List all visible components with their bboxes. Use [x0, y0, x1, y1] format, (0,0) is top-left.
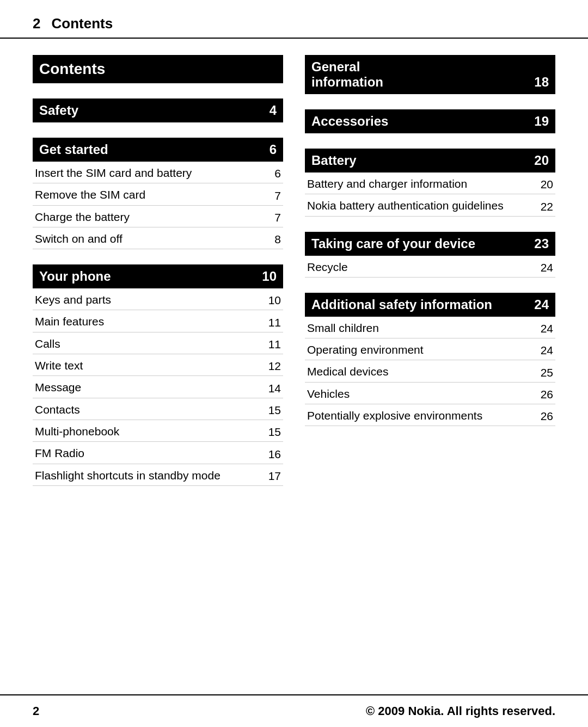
toc-entry[interactable]: Multi-phonebook 15	[33, 420, 283, 442]
section-header-additional-safety: Additional safety information 24	[305, 293, 555, 317]
header-number: 2	[33, 15, 40, 32]
main-content: Contents Safety 4 Get started 6 Insert t…	[0, 39, 588, 497]
battery-page: 20	[534, 153, 549, 168]
toc-entry[interactable]: Main features 11	[33, 310, 283, 332]
entry-page: 7	[266, 189, 281, 202]
toc-entry[interactable]: Keys and parts 10	[33, 288, 283, 310]
section-header-taking-care: Taking care of your device 23	[305, 232, 555, 256]
entry-label: FM Radio	[35, 446, 266, 460]
left-column: Contents Safety 4 Get started 6 Insert t…	[33, 55, 283, 486]
entry-page: 22	[538, 200, 553, 213]
entry-label: Switch on and off	[35, 231, 266, 246]
section-header-battery: Battery 20	[305, 149, 555, 172]
entry-label: Write text	[35, 358, 266, 373]
taking-care-label: Taking care of your device	[311, 236, 475, 251]
toc-entry[interactable]: Potentially explosive environments 26	[305, 404, 555, 426]
safety-label: Safety	[39, 103, 78, 118]
entry-page: 6	[266, 167, 281, 180]
toc-entry[interactable]: Contacts 15	[33, 398, 283, 420]
toc-entry[interactable]: Calls 11	[33, 332, 283, 354]
contents-label: Contents	[39, 60, 105, 77]
toc-entry[interactable]: Remove the SIM card 7	[33, 183, 283, 205]
entry-label: Small children	[307, 321, 538, 335]
entry-label: Potentially explosive environments	[307, 408, 538, 423]
entry-label: Multi-phonebook	[35, 424, 266, 439]
general-info-label: Generalinformation	[311, 59, 383, 90]
footer-number: 2	[33, 704, 39, 718]
toc-entry[interactable]: Operating environment 24	[305, 338, 555, 360]
additional-safety-label: Additional safety information	[311, 297, 492, 312]
get-started-page: 6	[270, 142, 277, 157]
entry-page: 7	[266, 211, 281, 224]
entry-label: Insert the SIM card and battery	[35, 165, 266, 180]
toc-entry[interactable]: Battery and charger information 20	[305, 172, 555, 194]
get-started-label: Get started	[39, 142, 108, 157]
entry-label: Keys and parts	[35, 292, 266, 307]
entry-label: Nokia battery authentication guidelines	[307, 198, 538, 213]
entry-label: Message	[35, 380, 266, 395]
toc-entry[interactable]: Recycle 24	[305, 256, 555, 278]
entry-page: 11	[266, 316, 281, 329]
entry-page: 12	[266, 360, 281, 373]
toc-entry[interactable]: Charge the battery 7	[33, 206, 283, 227]
section-header-accessories: Accessories 19	[305, 109, 555, 133]
entry-label: Charge the battery	[35, 210, 266, 224]
accessories-page: 19	[534, 114, 549, 129]
section-header-get-started: Get started 6	[33, 138, 283, 162]
entry-page: 14	[266, 382, 281, 395]
additional-safety-page: 24	[534, 297, 549, 312]
toc-entry[interactable]: Medical devices 25	[305, 360, 555, 382]
entry-label: Contacts	[35, 402, 266, 417]
general-info-page: 18	[534, 75, 549, 90]
toc-entry[interactable]: Nokia battery authentication guidelines …	[305, 194, 555, 216]
entry-label: Medical devices	[307, 364, 538, 379]
toc-entry[interactable]: Vehicles 26	[305, 383, 555, 404]
entry-label: Calls	[35, 336, 266, 351]
entry-page: 24	[538, 261, 553, 274]
page: 2 Contents Contents Safety 4 Get started…	[0, 0, 588, 727]
entry-label: Flashlight shortcuts in standby mode	[35, 468, 266, 483]
entry-page: 8	[266, 233, 281, 246]
safety-page: 4	[270, 103, 277, 118]
entry-page: 11	[266, 338, 281, 351]
entry-label: Vehicles	[307, 386, 538, 401]
right-column: Generalinformation 18 Accessories 19 Bat…	[305, 55, 555, 486]
toc-entry[interactable]: Insert the SIM card and battery 6	[33, 162, 283, 183]
toc-entry[interactable]: Flashlight shortcuts in standby mode 17	[33, 464, 283, 486]
entry-page: 15	[266, 404, 281, 417]
page-header: 2 Contents	[0, 0, 588, 39]
entry-label: Remove the SIM card	[35, 187, 266, 202]
contents-section-header: Contents	[33, 55, 283, 83]
toc-entry[interactable]: Message 14	[33, 376, 283, 398]
header-title: Contents	[51, 15, 113, 32]
entry-label: Operating environment	[307, 342, 538, 357]
section-header-safety: Safety 4	[33, 98, 283, 122]
entry-page: 26	[538, 388, 553, 401]
entry-page: 17	[266, 470, 281, 483]
entry-page: 10	[266, 294, 281, 307]
section-header-general-info: Generalinformation 18	[305, 55, 555, 94]
entry-page: 26	[538, 410, 553, 423]
battery-label: Battery	[311, 153, 357, 168]
toc-entry[interactable]: Small children 24	[305, 317, 555, 338]
entry-page: 20	[538, 178, 553, 191]
entry-page: 24	[538, 322, 553, 335]
taking-care-page: 23	[534, 236, 549, 251]
entry-page: 16	[266, 448, 281, 461]
your-phone-page: 10	[262, 269, 277, 284]
entry-label: Recycle	[307, 260, 538, 274]
entry-page: 25	[538, 366, 553, 379]
entry-label: Main features	[35, 314, 266, 329]
toc-entry[interactable]: Switch on and off 8	[33, 227, 283, 249]
your-phone-label: Your phone	[39, 269, 111, 284]
toc-entry[interactable]: FM Radio 16	[33, 442, 283, 464]
footer-copyright: © 2009 Nokia. All rights reserved.	[366, 704, 555, 718]
accessories-label: Accessories	[311, 114, 388, 129]
section-header-your-phone: Your phone 10	[33, 264, 283, 288]
entry-page: 15	[266, 426, 281, 439]
entry-label: Battery and charger information	[307, 176, 538, 191]
entry-page: 24	[538, 344, 553, 357]
page-footer: 2 © 2009 Nokia. All rights reserved.	[0, 694, 588, 727]
toc-entry[interactable]: Write text 12	[33, 354, 283, 376]
